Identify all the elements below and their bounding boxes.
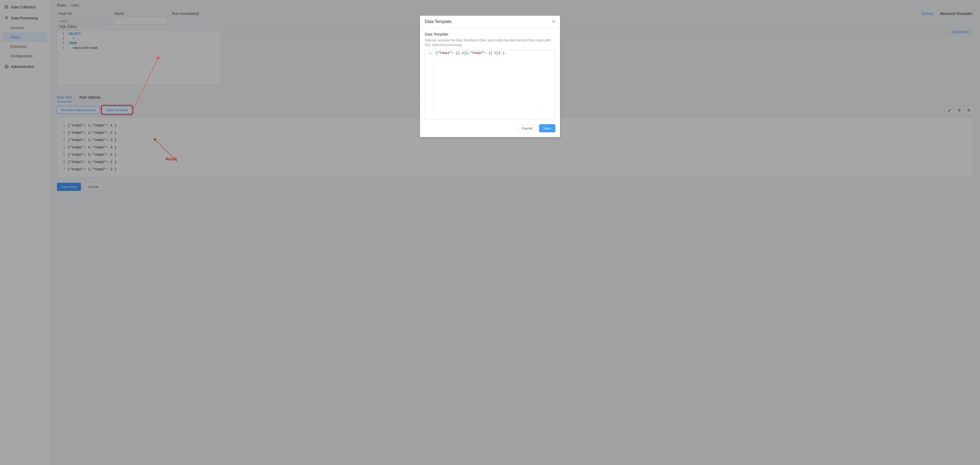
- modal-section-label: Data Template: [425, 32, 555, 36]
- close-icon[interactable]: ✕: [552, 20, 555, 24]
- template-editor[interactable]: 1 {"temp1": {{.a}},"temp2": {{.b}} }: [425, 50, 555, 120]
- template-code[interactable]: {"temp1": {{.a}},"temp2": {{.b}} }: [434, 50, 555, 119]
- svg-marker-9: [156, 56, 159, 59]
- template-gutter: 1: [425, 50, 434, 119]
- modal-description: Optional, simulate the Data Template in …: [425, 38, 555, 47]
- data-template-modal: Data Template ✕ Data Template Optional, …: [420, 16, 560, 137]
- svg-line-8: [130, 56, 159, 117]
- modal-save-button[interactable]: Save: [539, 124, 555, 132]
- annotation-arrow-template: [127, 51, 164, 119]
- modal-cancel-button[interactable]: Cancel: [517, 124, 536, 132]
- modal-title: Data Template: [425, 19, 452, 24]
- modal-overlay[interactable]: Data Template ✕ Data Template Optional, …: [0, 0, 980, 465]
